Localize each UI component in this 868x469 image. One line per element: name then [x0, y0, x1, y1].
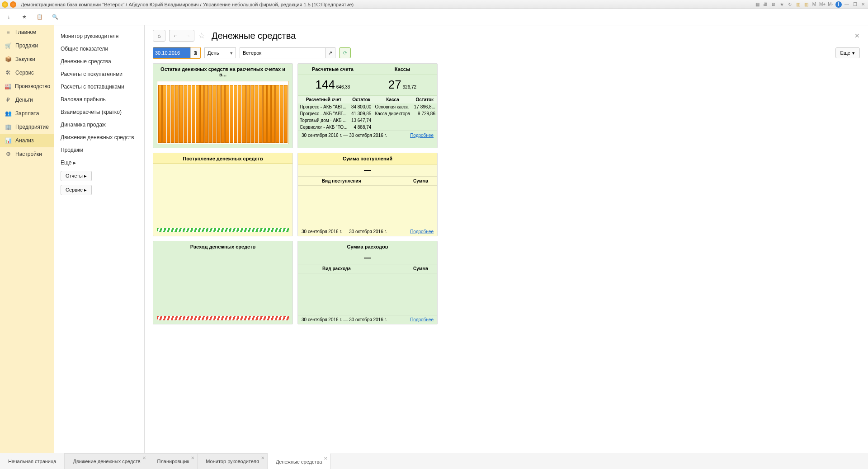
organization-input[interactable]	[240, 47, 326, 58]
sidebar-label: Зарплата	[15, 110, 39, 117]
favorite-star-icon[interactable]: ☆	[198, 31, 205, 41]
building-icon: 🏢	[5, 123, 12, 131]
subnav-cash[interactable]: Денежные средства	[54, 55, 144, 68]
sidebar-item-main[interactable]: ≡Главное	[0, 25, 54, 39]
window-tab[interactable]: Денежные средства✕	[268, 453, 330, 469]
window-tab[interactable]: Начальная страница	[0, 453, 65, 469]
close-window-button[interactable]: ✕	[860, 1, 866, 8]
nav-back-button[interactable]: ←	[169, 30, 182, 42]
tab-label: Начальная страница	[8, 459, 56, 464]
tab-close-icon[interactable]: ✕	[324, 456, 327, 461]
expense-chart-area[interactable]	[153, 251, 292, 314]
service-button[interactable]: Сервис ▸	[61, 185, 92, 195]
table-row[interactable]: Прогресс - АКБ "АВТ...84 800,00Основная …	[298, 103, 437, 110]
sidebar-label: Главное	[15, 29, 36, 35]
card-balances-chart: Остатки денежных средств на расчетных сч…	[153, 63, 293, 148]
sidebar-item-production[interactable]: 🏭Производство	[0, 80, 54, 93]
gear-icon: ⚙	[5, 150, 12, 158]
tab-close-icon[interactable]: ✕	[261, 455, 264, 460]
titlebar-m[interactable]: M	[811, 1, 817, 8]
tab-close-icon[interactable]: ✕	[191, 455, 194, 460]
details-link[interactable]: Подробнее	[410, 229, 434, 234]
bar	[246, 85, 250, 143]
bar	[184, 85, 187, 143]
details-link[interactable]: Подробнее	[410, 133, 434, 138]
tab-label: Планировщик	[157, 459, 189, 464]
bar	[179, 85, 183, 143]
sidebar-item-settings[interactable]: ⚙Настройки	[0, 147, 54, 161]
org-open-button[interactable]: ↗	[326, 47, 335, 58]
bar	[242, 85, 245, 143]
subnav-more[interactable]: Еще ▸	[54, 156, 144, 169]
app-icon-dropdown[interactable]	[10, 1, 16, 8]
sidebar-item-service[interactable]: 🛠Сервис	[0, 66, 54, 80]
titlebar-icon5[interactable]: ↻	[787, 1, 793, 8]
titlebar-mminus[interactable]: M-	[827, 1, 834, 8]
th-income-type: Вид поступления	[298, 177, 385, 186]
favorites-star-icon[interactable]: ★	[20, 13, 29, 22]
window-title: Демонстрационная база компании "Ветерок"…	[21, 2, 354, 7]
subnav-sales-dynamics[interactable]: Динамика продаж	[54, 118, 144, 131]
titlebar-icon2[interactable]: 🖶	[762, 1, 769, 8]
window-tab[interactable]: Движение денежных средств✕	[65, 453, 149, 469]
subnav-cash-flow[interactable]: Движение денежных средств	[54, 131, 144, 144]
minimize-button[interactable]: —	[844, 1, 850, 8]
clipboard-icon[interactable]: 📋	[35, 13, 44, 22]
titlebar-icon4[interactable]: ★	[778, 1, 785, 8]
calendar-button[interactable]: 🗓	[190, 47, 200, 58]
card-accounts: Расчетные счета Кассы 144 646,33 27 626,…	[297, 63, 438, 148]
tab-close-icon[interactable]: ✕	[142, 455, 146, 460]
info-icon[interactable]: i	[835, 1, 842, 8]
balances-bar-chart[interactable]	[153, 79, 292, 148]
table-row[interactable]: Сервислог - АКБ "ТО...4 888,74	[298, 124, 437, 131]
subnav-monitor[interactable]: Монитор руководителя	[54, 30, 144, 42]
sidebar-item-purchases[interactable]: 📦Закупки	[0, 52, 54, 66]
sidebar-item-money[interactable]: ₽Деньги	[0, 93, 54, 107]
bar	[234, 85, 237, 143]
more-actions-button[interactable]: Еще ▾	[835, 47, 860, 58]
window-titlebar: Демонстрационная база компании "Ветерок"…	[0, 0, 868, 9]
apps-grid-icon[interactable]: 𐄛	[5, 13, 14, 22]
search-icon[interactable]: 🔍	[51, 13, 60, 22]
titlebar-mplus[interactable]: M+	[819, 1, 826, 8]
incoming-chart-area[interactable]	[153, 164, 292, 226]
home-button[interactable]: ⌂	[153, 30, 165, 42]
accounts-table: Расчетный счет Остаток Касса Остаток Про…	[298, 95, 437, 131]
sidebar-item-company[interactable]: 🏢Предприятие	[0, 120, 54, 134]
sidebar-item-analysis[interactable]: 📊Анализ	[0, 134, 54, 147]
window-tab[interactable]: Планировщик✕	[149, 453, 198, 469]
bar	[217, 85, 221, 143]
subnav-gross-profit[interactable]: Валовая прибыль	[54, 93, 144, 106]
card-expense-sum: Сумма расходов — Вид расхода Сумма 30 се…	[297, 241, 438, 324]
table-row[interactable]: Торговый дом - АКБ ...13 647,74	[298, 117, 437, 124]
tab-label: Монитор руководителя	[206, 459, 259, 464]
nav-forward-button[interactable]: →	[182, 30, 194, 42]
card-title: Остатки денежных средств на расчетных сч…	[153, 64, 292, 79]
titlebar-icon1[interactable]: ▦	[754, 1, 760, 8]
close-page-button[interactable]: ✕	[854, 32, 860, 39]
card-incoming-chart: Поступление денежных средств	[153, 153, 293, 236]
subnav-customers[interactable]: Расчеты с покупателями	[54, 68, 144, 80]
sidebar-label: Предприятие	[15, 124, 49, 130]
window-tab[interactable]: Монитор руководителя✕	[198, 453, 268, 469]
bar	[267, 85, 271, 143]
titlebar-doc-icon[interactable]: ▥	[795, 1, 801, 8]
subnav-suppliers[interactable]: Расчеты с поставщиками	[54, 80, 144, 93]
period-select[interactable]: День ▾	[204, 47, 236, 58]
titlebar-icon3[interactable]: 🗎	[770, 1, 777, 8]
reports-button[interactable]: Отчеты ▸	[61, 171, 92, 181]
maximize-button[interactable]: ❐	[852, 1, 858, 8]
titlebar-doc-icon2[interactable]: ▥	[803, 1, 809, 8]
refresh-button[interactable]: ⟳	[339, 47, 351, 58]
bar	[275, 85, 279, 143]
subnav-sales[interactable]: Продажи	[54, 144, 144, 156]
sidebar-item-sales[interactable]: 🛒Продажи	[0, 39, 54, 52]
table-row[interactable]: Прогресс - АКБ "АВТ...41 309,85Касса дир…	[298, 110, 437, 117]
details-link[interactable]: Подробнее	[410, 317, 434, 322]
subnav-settlements[interactable]: Взаиморасчеты (кратко)	[54, 106, 144, 118]
subnav-general[interactable]: Общие показатели	[54, 42, 144, 55]
chart-icon: 📊	[5, 137, 12, 144]
date-input[interactable]	[153, 47, 190, 58]
bar	[284, 85, 288, 143]
sidebar-item-salary[interactable]: 👥Зарплата	[0, 107, 54, 120]
